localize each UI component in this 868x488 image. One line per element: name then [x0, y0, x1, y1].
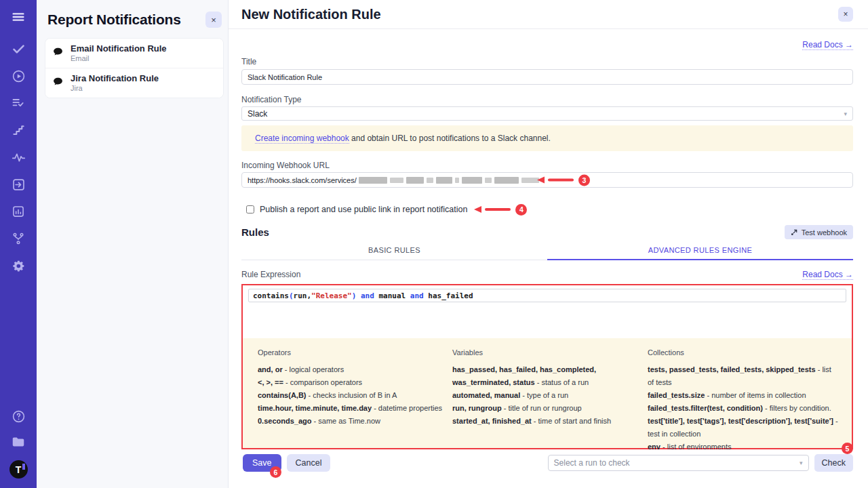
redacted-webhook-token [359, 177, 539, 184]
run-select[interactable]: Select a run to check ▾ [548, 455, 809, 471]
code-token: ( [289, 291, 294, 300]
comment-icon [52, 46, 64, 60]
help-item: failed_tests.size - number of items in c… [648, 389, 840, 402]
comment-icon [52, 76, 64, 90]
help-desc: - comparison operators [283, 378, 362, 386]
play-circle-icon[interactable] [11, 68, 26, 83]
help-item: contains(A,B) - checks inclusion of B in… [258, 389, 452, 402]
help-desc: - number of items in collection [705, 391, 806, 399]
help-column-variables: Variables has_passed, has_failed, has_co… [452, 346, 648, 443]
annotation-badge-3: 3 [578, 174, 590, 186]
expression-help-panel: Operators and, or - logical operators <,… [243, 338, 852, 448]
help-item: tests, passed_tests, failed_tests, skipp… [648, 363, 840, 389]
close-form-button[interactable]: × [838, 7, 853, 22]
chevron-down-icon: ▾ [844, 110, 847, 117]
list-item-title: Email Notification Rule [71, 43, 167, 54]
tab-basic-rules[interactable]: BASIC RULES [241, 243, 547, 260]
list-item-title: Jira Notification Rule [71, 73, 159, 84]
sign-in-icon[interactable] [11, 177, 26, 192]
notification-type-label: Notification Type [241, 95, 853, 104]
gear-icon[interactable] [11, 258, 26, 273]
help-term: started_at, finished_at [452, 417, 532, 425]
read-docs-link[interactable]: Read Docs → [802, 40, 853, 50]
bar-chart-icon[interactable] [11, 204, 26, 219]
help-desc: - type of a run [520, 391, 568, 399]
help-desc: - datetime properties [372, 404, 442, 412]
help-item: <, >, == - comparison operators [258, 376, 452, 389]
code-token: run, [294, 291, 312, 300]
list-item-jira-rule[interactable]: Jira Notification Rule Jira [45, 68, 223, 98]
icon-rail: T [0, 0, 37, 488]
rail-nav [11, 41, 26, 273]
info-text: and obtain URL to post notifications to … [349, 134, 551, 143]
check-icon[interactable] [11, 41, 26, 56]
rules-heading: Rules [241, 226, 269, 238]
list-item-subtitle: Email [71, 54, 167, 63]
code-token: "Release" [311, 291, 352, 300]
rules-tabs: BASIC RULES ADVANCED RULES ENGINE [241, 243, 853, 260]
help-column-heading: Collections [648, 346, 840, 359]
help-term: tests, passed_tests, failed_tests, skipp… [648, 365, 816, 373]
publish-report-checkbox[interactable] [246, 205, 254, 214]
tab-advanced-rules-engine[interactable]: ADVANCED RULES ENGINE [547, 243, 853, 260]
help-term: failed_tests.size [648, 391, 705, 399]
list-check-icon[interactable] [11, 96, 26, 110]
help-term: time.hour, time.minute, time.day [258, 404, 372, 412]
publish-report-label: Publish a report and use public link in … [260, 205, 467, 214]
avatar-letter: T [16, 464, 22, 475]
test-webhook-label: Test webhook [802, 228, 847, 237]
avatar[interactable]: T [9, 460, 28, 479]
help-icon[interactable] [11, 409, 26, 424]
help-desc: - title of run or rungroup [502, 404, 582, 412]
help-term: 0.seconds_ago [258, 417, 311, 425]
annotation-badge-6: 6 [270, 466, 281, 478]
test-webhook-button[interactable]: Test webhook [785, 225, 853, 239]
help-desc: - status of a run [535, 378, 589, 386]
list-item-email-rule[interactable]: Email Notification Rule Email [45, 39, 223, 68]
help-desc: - list of environments [660, 443, 732, 451]
report-notifications-panel: Report Notifications × Email Notificatio… [37, 0, 229, 488]
check-button[interactable]: Check [814, 454, 853, 472]
git-branch-icon[interactable] [11, 231, 26, 246]
avatar-accent [22, 464, 25, 470]
notification-type-value: Slack [248, 109, 267, 119]
page-title: New Notification Rule [241, 7, 381, 22]
help-column-heading: Operators [258, 346, 452, 359]
help-item: run, rungroup - title of run or rungroup [452, 402, 648, 415]
help-desc: - filters by condition. [763, 404, 831, 412]
annotation-badge-5: 5 [842, 443, 853, 454]
help-item: automated, manual - type of a run [452, 389, 648, 402]
title-label: Title [241, 57, 853, 66]
rule-expression-code[interactable]: contains(run, "Release") and manual and … [248, 289, 846, 302]
steps-icon[interactable] [11, 123, 26, 138]
help-column-operators: Operators and, or - logical operators <,… [258, 346, 452, 443]
help-item: has_passed, has_failed, has_completed, w… [452, 363, 648, 389]
help-term: contains(A,B) [258, 391, 307, 399]
help-desc: - checks inclusion of B in A [307, 391, 397, 399]
new-notification-rule-form: New Notification Rule × Read Docs → Titl… [229, 0, 868, 488]
activity-icon[interactable] [11, 150, 26, 165]
run-select-placeholder: Select a run to check [554, 458, 630, 468]
menu-icon[interactable] [11, 9, 26, 24]
help-desc: - logical operators [283, 365, 344, 373]
rule-expression-editor[interactable]: contains(run, "Release") and manual and … [243, 285, 852, 338]
notification-type-select[interactable]: Slack ▾ [241, 106, 853, 121]
help-item: test['title'], test['tags'], test['descr… [648, 415, 840, 441]
send-icon [791, 228, 798, 236]
slack-info-box: Create incoming webhook and obtain URL t… [241, 125, 853, 151]
title-input[interactable] [241, 69, 853, 85]
code-token: has_failed [428, 291, 473, 300]
help-term: test['title'], test['tags'], test['descr… [648, 417, 833, 425]
read-docs-link-expression[interactable]: Read Docs → [802, 270, 853, 280]
cancel-button[interactable]: Cancel [287, 454, 331, 472]
help-column-collections: Collections tests, passed_tests, failed_… [648, 346, 840, 443]
close-panel-button[interactable]: × [205, 12, 222, 28]
help-item: failed_tests.filter(test, condition) - f… [648, 402, 840, 415]
rule-expression-label: Rule Expression [241, 270, 300, 279]
folder-icon[interactable] [11, 434, 26, 449]
panel-title: Report Notifications [47, 12, 181, 28]
code-token: contains [253, 291, 289, 300]
create-incoming-webhook-link[interactable]: Create incoming webhook [255, 134, 349, 144]
help-term: env [648, 443, 660, 451]
help-item: and, or - logical operators [258, 363, 452, 376]
